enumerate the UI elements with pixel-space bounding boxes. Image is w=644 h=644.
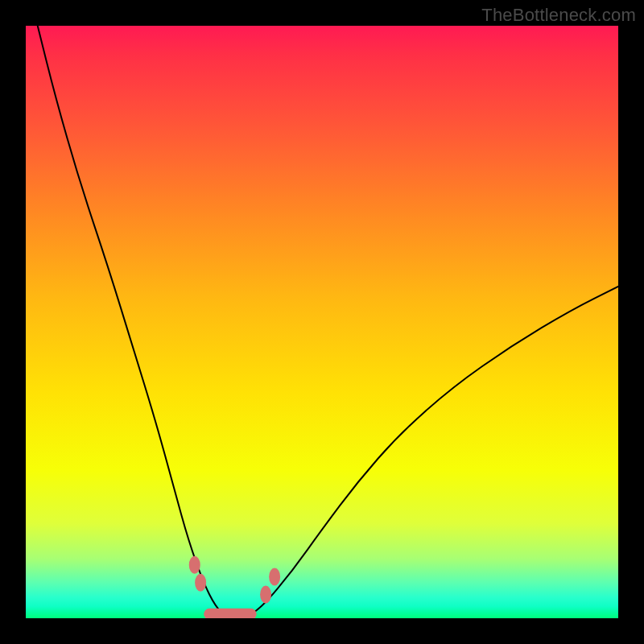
curve-marker: [189, 556, 200, 574]
watermark-text: TheBottleneck.com: [481, 5, 636, 26]
curve-svg: [26, 26, 618, 618]
curve-marker: [269, 568, 280, 585]
chart-frame: TheBottleneck.com: [0, 0, 644, 644]
curve-marker: [195, 574, 206, 592]
curve-marker: [260, 586, 271, 604]
bottleneck-curve: [38, 26, 618, 618]
curve-markers: [189, 556, 280, 604]
plot-area: [26, 26, 618, 618]
